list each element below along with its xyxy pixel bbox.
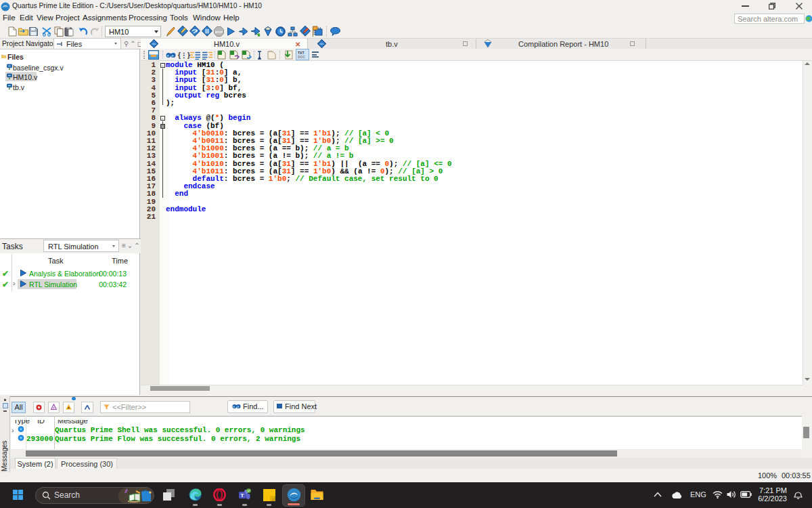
svg-text:abc: abc <box>319 42 323 45</box>
svg-text:DOC: DOC <box>298 55 306 59</box>
svg-text:T: T <box>241 492 244 499</box>
svg-text:STOP: STOP <box>215 30 223 34</box>
svg-text:abc: abc <box>152 42 156 45</box>
